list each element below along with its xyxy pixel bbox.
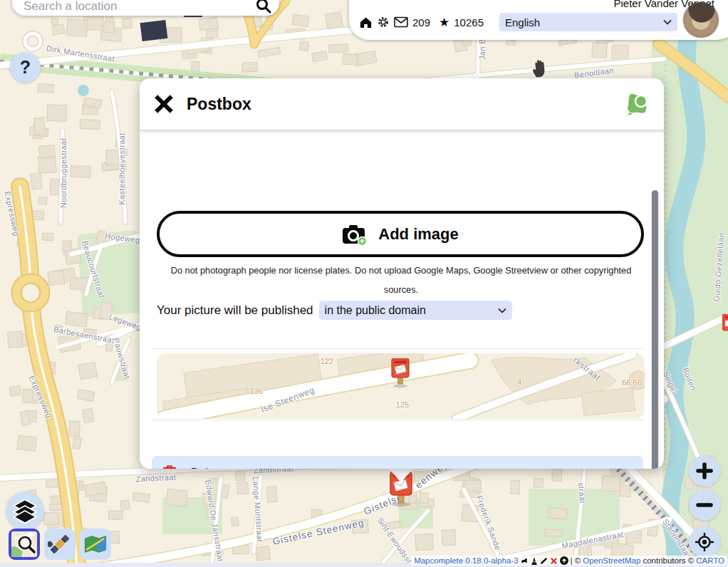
osm-link[interactable]: OpenStreetMap xyxy=(583,556,640,565)
mapcomplete-logo-icon xyxy=(625,92,650,116)
message-count[interactable]: 209 xyxy=(412,16,430,28)
help-button[interactable]: ? xyxy=(10,52,41,83)
dialog-header: Postbox xyxy=(140,78,664,130)
add-image-button[interactable]: Add image xyxy=(157,211,644,257)
contributors-text: contributors © xyxy=(643,556,694,565)
mapcomplete-version-link[interactable]: Mapcomplete 0.18.0-alpha-3 xyxy=(414,556,518,565)
background-layer-map-button[interactable] xyxy=(80,529,111,560)
postbox-marker-minimap[interactable] xyxy=(390,358,410,390)
dog-icon xyxy=(521,557,529,565)
star-icon: ★ xyxy=(439,16,449,28)
search-input[interactable] xyxy=(22,0,255,14)
dialog-title: Postbox xyxy=(187,95,251,114)
background-layer-osm-button[interactable] xyxy=(9,529,40,560)
layers-button[interactable] xyxy=(6,491,44,530)
construction-icon xyxy=(550,557,558,565)
camera-icon xyxy=(342,223,368,246)
minus-icon xyxy=(696,496,713,514)
osm-map-icon xyxy=(11,531,37,557)
user-toolbar: Pieter Vander Vennet 209 ★ 10265 English xyxy=(349,0,728,40)
zoom-out-button[interactable] xyxy=(689,489,720,521)
chevron-down-icon xyxy=(663,19,672,25)
pencil-icon xyxy=(540,557,548,565)
search-icon[interactable] xyxy=(255,0,272,14)
divider xyxy=(152,420,644,420)
mapcomplete-app: Dirk MartensstraatNoordbruggestraatKaste… xyxy=(0,0,728,567)
search-bar xyxy=(12,0,279,16)
license-value: in the public domain xyxy=(325,304,498,317)
statue-icon xyxy=(531,557,538,565)
image-policy-note: Do not photograph people nor license pla… xyxy=(162,261,640,299)
scrollbar-track[interactable] xyxy=(651,190,659,469)
avatar[interactable] xyxy=(683,2,719,38)
delete-button[interactable]: Delete xyxy=(152,456,643,469)
dialog-pointer xyxy=(388,467,415,482)
plus-icon xyxy=(696,462,713,479)
license-select[interactable]: in the public domain xyxy=(319,301,512,320)
language-value: English xyxy=(505,16,663,28)
chevron-down-icon xyxy=(498,308,506,313)
gear-icon[interactable] xyxy=(377,16,390,28)
envelope-icon[interactable] xyxy=(394,16,408,28)
feature-minimap[interactable]: 122136125466,66rkstraatlse Steenweg xyxy=(157,353,645,419)
license-row: Your picture will be published in the pu… xyxy=(157,301,512,320)
hand-cursor-icon xyxy=(530,57,550,78)
scrollbar-thumb[interactable] xyxy=(652,190,658,469)
delete-label: Delete xyxy=(191,467,224,469)
background-layer-satellite-button[interactable] xyxy=(44,529,76,560)
close-icon[interactable] xyxy=(154,94,174,114)
zoom-in-button[interactable] xyxy=(689,455,720,487)
home-icon[interactable] xyxy=(359,16,373,29)
add-image-label: Add image xyxy=(378,225,458,244)
dialog-body: Add image Do not photograph people nor l… xyxy=(140,130,664,469)
crosshair-icon xyxy=(695,532,714,552)
layers-icon xyxy=(11,498,38,524)
attribution-separator: | © xyxy=(571,556,581,565)
community-icon xyxy=(560,556,568,565)
trash-icon xyxy=(162,464,177,469)
folded-map-icon xyxy=(83,534,108,555)
carto-link[interactable]: CARTO xyxy=(696,556,724,565)
satellite-icon xyxy=(48,532,72,556)
help-label: ? xyxy=(20,57,31,78)
star-count[interactable]: 10265 xyxy=(454,16,484,28)
attribution-bar: Mapcomplete 0.18.0-alpha-3 | © OpenStree… xyxy=(411,556,727,566)
postbox-marker-edge[interactable] xyxy=(722,314,728,340)
license-label: Your picture will be published xyxy=(157,303,313,318)
divider xyxy=(152,348,644,349)
locate-button[interactable] xyxy=(689,526,720,558)
language-select[interactable]: English xyxy=(499,13,677,31)
postbox-dialog: Postbox xyxy=(140,78,664,469)
